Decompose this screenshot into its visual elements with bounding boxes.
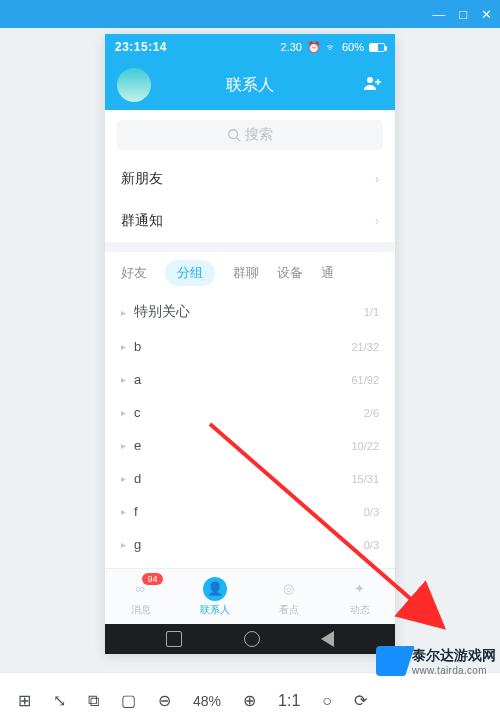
svg-point-1	[229, 130, 238, 139]
avatar[interactable]	[117, 68, 151, 102]
recent-apps-button[interactable]	[166, 631, 182, 647]
chevron-right-icon: ▸	[121, 473, 126, 484]
chevron-right-icon: ▸	[121, 341, 126, 352]
group-count: 21/32	[351, 341, 379, 353]
section-group-notice[interactable]: 群通知 ›	[105, 200, 395, 242]
search-placeholder: 搜索	[245, 126, 273, 144]
page-title: 联系人	[226, 75, 274, 96]
contact-tabs: 好友 分组 群聊 设备 通	[105, 252, 395, 294]
search-input[interactable]: 搜索	[117, 120, 383, 150]
tab-groupchats[interactable]: 群聊	[233, 264, 259, 282]
watermark-url: www.tairda.com	[412, 665, 496, 676]
toolbar-crop-icon[interactable]: ▢	[121, 691, 136, 710]
emulator-titlebar: — □ ✕	[0, 0, 500, 28]
watermark: 泰尔达游戏网 www.tairda.com	[376, 646, 496, 676]
add-contact-icon[interactable]	[363, 75, 383, 95]
group-row[interactable]: ▸c2/6	[105, 396, 395, 429]
chevron-right-icon: ▸	[121, 506, 126, 517]
emulator-body: 23:15:14 2.30 ⏰ ᯤ 60% 联系人 搜索	[0, 28, 500, 672]
search-icon	[227, 128, 241, 142]
group-name: d	[134, 471, 141, 486]
toolbar-refresh-icon[interactable]: ⟳	[354, 691, 367, 710]
section-label: 新朋友	[121, 170, 163, 188]
tab-more[interactable]: 通	[321, 264, 334, 282]
nav-moments[interactable]: ✦ 动态	[348, 577, 372, 617]
chevron-right-icon: ▸	[121, 374, 126, 385]
emulator-toolbar: ⊞ ⤡ ⧉ ▢ ⊖ 48% ⊕ 1:1 ○ ⟳	[0, 672, 500, 728]
toolbar-circle-icon[interactable]: ○	[322, 692, 332, 710]
status-time: 23:15:14	[115, 40, 167, 54]
tab-groups[interactable]: 分组	[165, 260, 215, 286]
group-count: 0/3	[364, 506, 379, 518]
group-name: 特别关心	[134, 303, 190, 321]
toolbar-grid-icon[interactable]: ⊞	[18, 691, 31, 710]
discover-icon: ◎	[277, 577, 301, 601]
group-count: 1/1	[364, 306, 379, 318]
zoom-out-button[interactable]: ⊖	[158, 691, 171, 710]
group-name: b	[134, 339, 141, 354]
separator	[105, 242, 395, 252]
chevron-right-icon: ›	[375, 214, 379, 228]
group-count: 2/6	[364, 407, 379, 419]
chevron-right-icon: ▸	[121, 440, 126, 451]
group-count: 0/3	[364, 539, 379, 551]
tab-friends[interactable]: 好友	[121, 264, 147, 282]
zoom-level: 48%	[193, 693, 221, 709]
group-row[interactable]: ▸f0/3	[105, 495, 395, 528]
nav-label: 联系人	[200, 603, 230, 617]
nav-contacts[interactable]: 👤 联系人	[200, 577, 230, 617]
maximize-icon[interactable]: □	[459, 7, 467, 22]
tab-devices[interactable]: 设备	[277, 264, 303, 282]
wifi-icon: ᯤ	[326, 41, 337, 53]
zoom-in-button[interactable]: ⊕	[243, 691, 256, 710]
group-row[interactable]: ▸a61/92	[105, 363, 395, 396]
group-count: 15/31	[351, 473, 379, 485]
group-name: g	[134, 537, 141, 552]
chevron-right-icon: ▸	[121, 407, 126, 418]
phone-statusbar: 23:15:14 2.30 ⏰ ᯤ 60%	[105, 34, 395, 60]
nav-discover[interactable]: ◎ 看点	[277, 577, 301, 617]
watermark-title: 泰尔达游戏网	[412, 647, 496, 665]
nav-label: 消息	[131, 603, 151, 617]
svg-point-0	[367, 77, 373, 83]
toolbar-expand-icon[interactable]: ⤡	[53, 691, 66, 710]
minimize-icon[interactable]: —	[432, 7, 445, 22]
watermark-logo-icon	[376, 646, 406, 676]
section-label: 群通知	[121, 212, 163, 230]
battery-pct: 60%	[342, 41, 364, 53]
group-row[interactable]: ▸h	[105, 561, 395, 568]
section-new-friends[interactable]: 新朋友 ›	[105, 158, 395, 200]
group-name: e	[134, 438, 141, 453]
close-icon[interactable]: ✕	[481, 7, 492, 22]
group-count: 61/92	[351, 374, 379, 386]
group-row[interactable]: ▸d15/31	[105, 462, 395, 495]
contacts-icon: 👤	[203, 577, 227, 601]
group-row[interactable]: ▸e10/22	[105, 429, 395, 462]
group-name: f	[134, 504, 138, 519]
group-row[interactable]: ▸b21/32	[105, 330, 395, 363]
group-count: 10/22	[351, 440, 379, 452]
chevron-right-icon: ›	[375, 172, 379, 186]
group-row[interactable]: ▸g0/3	[105, 528, 395, 561]
net-speed-icon: 2.30	[281, 41, 302, 53]
phone-frame: 23:15:14 2.30 ⏰ ᯤ 60% 联系人 搜索	[105, 34, 395, 654]
svg-line-2	[237, 138, 241, 142]
group-name: a	[134, 372, 141, 387]
home-button[interactable]	[244, 631, 260, 647]
group-name: c	[134, 405, 141, 420]
group-row[interactable]: ▸特别关心1/1	[105, 294, 395, 330]
app-header: 联系人	[105, 60, 395, 110]
moments-icon: ✦	[348, 577, 372, 601]
groups-list: ▸特别关心1/1 ▸b21/32 ▸a61/92 ▸c2/6 ▸e10/22 ▸…	[105, 294, 395, 568]
battery-icon	[369, 43, 385, 52]
search-wrap: 搜索	[105, 110, 395, 158]
toolbar-copy-icon[interactable]: ⧉	[88, 692, 99, 710]
bottom-nav: ∞ 94 消息 👤 联系人 ◎ 看点 ✦ 动态	[105, 568, 395, 624]
back-button[interactable]	[321, 631, 334, 647]
alarm-icon: ⏰	[307, 41, 321, 54]
android-softkeys	[105, 624, 395, 654]
chevron-right-icon: ▸	[121, 539, 126, 550]
nav-label: 看点	[279, 603, 299, 617]
fit-to-screen-button[interactable]: 1:1	[278, 692, 300, 710]
nav-messages[interactable]: ∞ 94 消息	[129, 577, 153, 617]
